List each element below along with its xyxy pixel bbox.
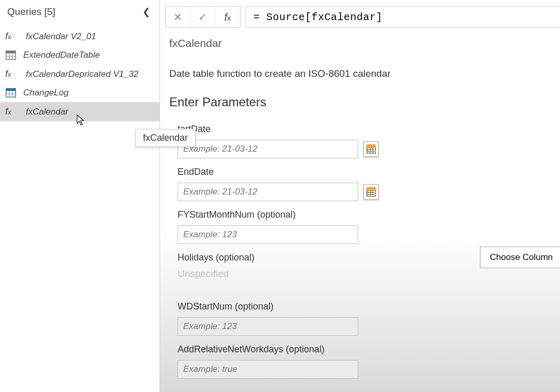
formula-controls: ✕ ✓ fx [165,6,241,28]
function-name: fxCalendar [160,37,560,59]
table-icon [6,88,16,97]
enddate-input[interactable] [178,183,358,201]
fx-icon: fx [5,31,21,42]
commit-formula-icon[interactable]: ✓ [190,7,215,27]
holidays-unspecified: Unspecified [178,268,560,280]
fystartmonthnum-input[interactable] [178,225,358,244]
main-panel: ✕ ✓ fx fxCalendar Date table function to… [160,0,560,392]
formula-bar: ✕ ✓ fx [160,6,560,37]
cancel-formula-icon[interactable]: ✕ [166,7,190,27]
addrelativenetworkdays-label: AddRelativeNetWorkdays (optional) [178,344,560,355]
query-label: fxCalendar V2_01 [26,31,96,42]
addrelativenetworkdays-input[interactable] [178,360,358,379]
query-item-fxcalendar-v2-01[interactable]: fx fxCalendar V2_01 [0,27,159,46]
startdate-label: tartDate [178,124,560,135]
fx-icon: fx [5,106,21,117]
formula-input[interactable] [246,6,560,28]
startdate-input[interactable] [178,140,358,158]
table-icon [6,51,16,60]
wdstartnum-label: WDStartNum (optional) [178,301,560,312]
query-tooltip: fxCalendar [135,129,196,147]
query-list: fx fxCalendar V2_01 ExtendedDateTable fx… [0,27,159,121]
enddate-label: EndDate [178,167,560,177]
queries-title: Queries [5] [7,6,55,18]
query-label: fxCalendar [26,107,68,117]
enddate-datepicker-button[interactable] [363,184,379,200]
queries-sidebar: Queries [5] ❮ fx fxCalendar V2_01 Extend… [0,0,160,392]
query-item-fxcalendardepricated[interactable]: fx fxCalendarDepricated V1_32 [0,64,159,84]
fx-icon[interactable]: fx [215,7,240,27]
calendar-icon [366,187,376,197]
choose-column-button[interactable]: Choose Column [480,247,560,268]
query-label: ChangeLog [23,88,69,98]
query-item-extendeddatetable[interactable]: ExtendedDateTable [0,46,159,64]
query-label: fxCalendarDepricated V1_32 [26,69,138,79]
wdstartnum-input[interactable] [178,317,358,336]
calendar-icon [366,144,376,154]
function-description: Date table function to create an ISO-860… [160,68,560,95]
fystartmonthnum-label: FYStartMonthNum (optional) [178,209,560,220]
query-item-fxcalendar[interactable]: fx fxCalendar [0,102,159,121]
query-label: ExtendedDateTable [23,50,100,60]
fx-icon: fx [5,69,21,79]
query-item-changelog[interactable]: ChangeLog [0,84,159,102]
collapse-chevron-icon[interactable]: ❮ [140,4,152,20]
enter-parameters-heading: Enter Parameters [160,95,560,124]
sidebar-header: Queries [5] ❮ [0,0,159,27]
startdate-datepicker-button[interactable] [363,141,379,157]
